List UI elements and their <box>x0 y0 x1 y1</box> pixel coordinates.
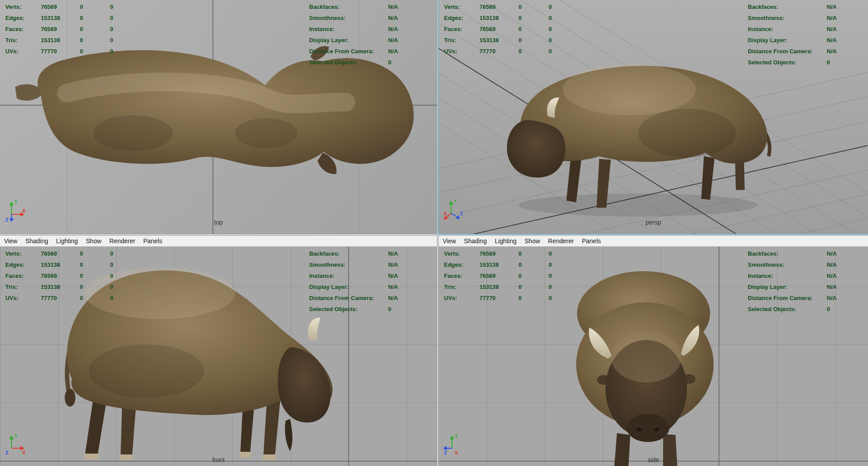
viewport-panel-top[interactable]: Verts:7656900Edges:15313800Faces:7656900… <box>0 0 437 234</box>
hud-label: Distance From Camera: <box>748 47 827 55</box>
hud-label: Smoothness: <box>748 261 827 269</box>
hud-row: Verts:7656900 <box>5 250 128 261</box>
hud-value: N/A <box>388 47 419 55</box>
hud-value: 0 <box>110 14 128 22</box>
menu-shading[interactable]: Shading <box>460 236 491 246</box>
hud-value: 0 <box>549 250 566 258</box>
hud-label: Distance From Camera: <box>748 294 827 302</box>
hud-value: 0 <box>80 261 110 269</box>
hud-label: Faces: <box>5 272 41 280</box>
viewport-side-content[interactable]: Verts:7656900Edges:15313800Faces:7656900… <box>439 247 868 466</box>
bison-hump-highlight <box>563 64 696 115</box>
hud-value: 153138 <box>41 261 80 269</box>
hud-value: 153138 <box>41 283 80 291</box>
hud-value: 0 <box>110 272 128 280</box>
bison-nostril <box>654 428 660 431</box>
hud-label: Verts: <box>444 250 479 258</box>
menu-show[interactable]: Show <box>82 236 106 246</box>
viewport-panel-side[interactable]: ViewShadingLightingShowRendererPanels Ve… <box>439 236 868 466</box>
menu-lighting[interactable]: Lighting <box>52 236 82 246</box>
hud-value: 0 <box>80 25 110 33</box>
axis-y-label: Y <box>455 433 458 438</box>
hud-value: N/A <box>388 3 419 11</box>
hud-value: 76569 <box>41 3 80 11</box>
hud-row: Selected Objects:0 <box>309 59 419 70</box>
hud-label: Faces: <box>444 25 479 33</box>
hud-value: N/A <box>388 261 419 269</box>
hud-row: Instance:N/A <box>309 272 419 283</box>
viewport-persp-content[interactable]: Verts:7656900Edges:15313800Faces:7656900… <box>439 0 868 234</box>
menu-show[interactable]: Show <box>521 236 544 246</box>
hud-label: Backfaces: <box>748 250 827 258</box>
hud-label: Instance: <box>309 272 388 280</box>
hud-row: Instance:N/A <box>748 272 858 283</box>
hud-value: 0 <box>827 305 858 313</box>
hud-value: 0 <box>80 250 110 258</box>
hud-row: Faces:7656900 <box>444 272 566 283</box>
hud-row: Instance:N/A <box>748 25 858 36</box>
hud-value: 0 <box>549 25 566 33</box>
hud-value: 0 <box>549 47 566 55</box>
hud-label: Instance: <box>309 25 388 33</box>
menu-renderer[interactable]: Renderer <box>106 236 139 246</box>
hud-value: 0 <box>388 59 419 67</box>
hud-label: Edges: <box>444 261 479 269</box>
hud-row: Display Layer:N/A <box>748 36 858 47</box>
hud-value: 77770 <box>41 47 80 55</box>
hud-row: Selected Objects:0 <box>748 305 858 316</box>
menu-renderer[interactable]: Renderer <box>544 236 578 246</box>
viewport-panel-front[interactable]: ViewShadingLightingShowRendererPanels Ve… <box>0 236 437 466</box>
hud-label: Backfaces: <box>309 3 388 11</box>
hud-label: Backfaces: <box>309 250 388 258</box>
hud-label: UVs: <box>5 47 41 55</box>
hud-row: Smoothness:N/A <box>748 261 858 272</box>
menu-view[interactable]: View <box>0 236 21 246</box>
hud-row: Distance From Camera:N/A <box>748 47 858 59</box>
hud-value: 0 <box>549 283 566 291</box>
hud-row: Distance From Camera:N/A <box>309 294 419 305</box>
hud-row: Verts:7656900 <box>444 3 566 14</box>
axis-y-label: Y <box>454 198 457 204</box>
hud-value: N/A <box>827 283 858 291</box>
hud-label: Selected Objects: <box>748 59 827 67</box>
hud-row: UVs:7777000 <box>5 294 128 305</box>
hud-value: 77770 <box>479 47 518 55</box>
menu-view[interactable]: View <box>439 236 460 246</box>
bison-head <box>507 120 566 178</box>
hud-label: Backfaces: <box>748 3 827 11</box>
axis-gizmo: Y Z X <box>443 431 466 456</box>
hud-row: Smoothness:N/A <box>309 261 419 272</box>
hud-value: N/A <box>827 25 858 33</box>
hud-label: Smoothness: <box>748 14 827 22</box>
hud-value: N/A <box>388 14 419 22</box>
hud-label: UVs: <box>444 294 479 302</box>
viewport-panel-persp[interactable]: Verts:7656900Edges:15313800Faces:7656900… <box>439 0 868 234</box>
hud-row: Smoothness:N/A <box>748 14 858 25</box>
hud-row: Selected Objects:0 <box>309 305 419 316</box>
menu-lighting[interactable]: Lighting <box>491 236 520 246</box>
menu-panels[interactable]: Panels <box>139 236 166 246</box>
viewport-front-content[interactable]: Verts:7656900Edges:15313800Faces:7656900… <box>0 247 437 466</box>
hud-value: 0 <box>518 14 549 22</box>
hud-label: Faces: <box>5 25 41 33</box>
hud-label: Verts: <box>444 3 479 11</box>
menu-shading[interactable]: Shading <box>21 236 52 246</box>
axis-y-label: Y <box>14 199 18 205</box>
viewport-top-content[interactable]: Verts:7656900Edges:15313800Faces:7656900… <box>0 0 437 234</box>
hud-label: Edges: <box>5 14 41 22</box>
hud-row: Edges:15313800 <box>5 261 128 272</box>
bison-fur-blotch <box>89 344 204 398</box>
hud-value: 0 <box>549 3 566 11</box>
hud-label: Instance: <box>748 272 827 280</box>
axis-x-label: X <box>455 450 458 455</box>
hud-value: N/A <box>388 250 419 258</box>
hud-value: N/A <box>827 3 858 11</box>
menu-panels[interactable]: Panels <box>578 236 605 246</box>
hud-row: Faces:7656900 <box>5 25 128 36</box>
axis-y-label: Y <box>14 433 18 438</box>
hud-value: 76569 <box>479 250 518 258</box>
hud-label: UVs: <box>444 47 479 55</box>
hud-value: 0 <box>388 305 419 313</box>
hud-label: Distance From Camera: <box>309 294 388 302</box>
hud-value: 0 <box>110 250 128 258</box>
